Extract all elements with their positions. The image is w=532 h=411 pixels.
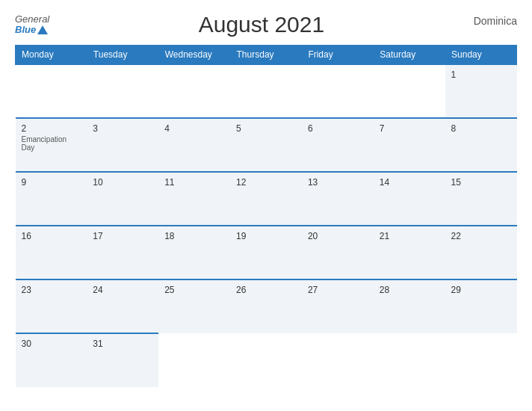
day-number: 3 (93, 123, 152, 134)
calendar-week-row: 9101112131415 (16, 172, 517, 226)
day-number: 9 (22, 177, 81, 188)
logo-blue-text: Blue (15, 25, 48, 35)
calendar-table: Monday Tuesday Wednesday Thursday Friday… (15, 45, 517, 387)
day-number: 26 (236, 285, 296, 295)
day-event: Emancipation Day (22, 135, 81, 152)
calendar-cell: 30 (16, 333, 87, 387)
calendar-cell: 1 (445, 64, 517, 118)
calendar-cell (87, 64, 158, 118)
calendar-cell (302, 333, 374, 387)
day-number: 23 (22, 285, 81, 295)
calendar-cell: 20 (302, 226, 374, 279)
calendar-cell (374, 333, 445, 387)
calendar-cell: 31 (87, 333, 158, 387)
day-number: 20 (308, 231, 368, 241)
day-number: 11 (164, 177, 224, 188)
calendar-header-row: Monday Tuesday Wednesday Thursday Friday… (16, 46, 517, 65)
day-number: 29 (451, 285, 511, 295)
day-number: 6 (308, 123, 368, 134)
calendar-cell: 4 (158, 118, 230, 172)
day-number: 7 (380, 123, 439, 134)
day-number: 25 (164, 285, 224, 295)
calendar-cell (445, 333, 517, 387)
calendar-cell: 5 (230, 118, 302, 172)
calendar-week-row: 2Emancipation Day345678 (16, 118, 517, 172)
day-number: 14 (380, 177, 439, 188)
calendar-cell: 9 (16, 172, 87, 226)
page: General Blue August 2021 Dominica Monday… (0, 0, 532, 411)
col-friday: Friday (302, 46, 374, 65)
day-number: 19 (236, 231, 296, 241)
calendar-cell: 13 (302, 172, 374, 226)
calendar-week-row: 3031 (16, 333, 517, 387)
calendar-week-row: 1 (16, 64, 517, 118)
day-number: 15 (451, 177, 511, 188)
calendar-cell: 8 (445, 118, 517, 172)
calendar-cell: 28 (374, 279, 445, 333)
calendar-cell: 6 (302, 118, 374, 172)
calendar-cell (230, 333, 302, 387)
month-title: August 2021 (49, 12, 473, 37)
calendar-cell: 11 (158, 172, 230, 226)
calendar-cell (158, 64, 230, 118)
calendar-cell (158, 333, 230, 387)
calendar-cell: 21 (374, 226, 445, 279)
day-number: 2 (22, 123, 81, 134)
calendar-cell: 26 (230, 279, 302, 333)
calendar-cell: 29 (445, 279, 517, 333)
calendar-cell: 10 (87, 172, 158, 226)
calendar-cell: 25 (158, 279, 230, 333)
calendar-cell: 14 (374, 172, 445, 226)
day-number: 13 (308, 177, 368, 188)
calendar-week-row: 23242526272829 (16, 279, 517, 333)
day-number: 1 (451, 69, 511, 80)
day-number: 27 (308, 285, 368, 295)
day-number: 17 (93, 231, 152, 241)
day-number: 5 (236, 123, 296, 134)
col-saturday: Saturday (374, 46, 445, 65)
day-number: 16 (22, 231, 81, 241)
country-label: Dominica (474, 15, 517, 27)
calendar-week-row: 16171819202122 (16, 226, 517, 279)
day-number: 4 (164, 123, 224, 134)
col-tuesday: Tuesday (87, 46, 158, 65)
calendar-cell (374, 64, 445, 118)
calendar-cell (302, 64, 374, 118)
calendar-cell: 23 (16, 279, 87, 333)
calendar-cell: 16 (16, 226, 87, 279)
calendar-cell: 3 (87, 118, 158, 172)
day-number: 21 (380, 231, 439, 241)
day-number: 22 (451, 231, 511, 241)
header: General Blue August 2021 Dominica (15, 12, 517, 37)
calendar-cell: 19 (230, 226, 302, 279)
day-number: 24 (93, 285, 152, 295)
logo-general-text: General (15, 14, 49, 25)
calendar-cell: 2Emancipation Day (16, 118, 87, 172)
calendar-cell: 17 (87, 226, 158, 279)
col-monday: Monday (16, 46, 87, 65)
day-number: 12 (236, 177, 296, 188)
calendar-cell: 22 (445, 226, 517, 279)
day-number: 10 (93, 177, 152, 188)
logo-triangle-icon (37, 25, 48, 34)
calendar-cell: 12 (230, 172, 302, 226)
day-number: 18 (164, 231, 224, 241)
calendar-cell: 18 (158, 226, 230, 279)
col-thursday: Thursday (230, 46, 302, 65)
day-number: 8 (451, 123, 511, 134)
calendar-cell (16, 64, 87, 118)
day-number: 28 (380, 285, 439, 295)
day-number: 31 (93, 339, 152, 349)
col-wednesday: Wednesday (158, 46, 230, 65)
logo: General Blue (15, 14, 49, 36)
day-number: 30 (22, 339, 81, 349)
calendar-cell: 15 (445, 172, 517, 226)
calendar-cell: 27 (302, 279, 374, 333)
col-sunday: Sunday (445, 46, 517, 65)
calendar-cell: 7 (374, 118, 445, 172)
calendar-cell (230, 64, 302, 118)
calendar-cell: 24 (87, 279, 158, 333)
